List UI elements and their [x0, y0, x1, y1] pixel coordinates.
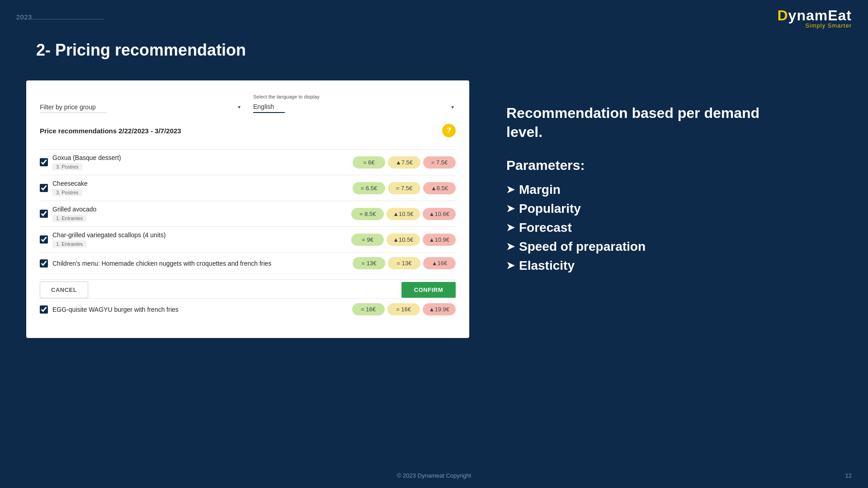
price-badge: = 7.5€	[423, 156, 456, 169]
item-checkbox[interactable]	[40, 259, 48, 267]
logo-text: DynamEat	[778, 7, 852, 24]
parameter-label: Forecast	[519, 218, 572, 237]
filters-row: Filter by price group Select the languag…	[40, 94, 456, 113]
price-badge: = 9€	[351, 234, 384, 246]
price-badge: = 16€	[387, 303, 420, 315]
item-checkbox[interactable]	[40, 184, 48, 192]
item-tag: 1. Entrantes	[52, 240, 86, 248]
item-name-wrap: Char-grilled variegated scallops (4 unit…	[52, 231, 166, 248]
right-panel: Recommendation based per demand level. P…	[488, 95, 805, 284]
item-tag: 3. Postres	[52, 189, 82, 196]
table-row: Cheesecake3. Postres= 6.5€= 7.5€▲8.5€	[40, 175, 456, 201]
language-select-wrapper: English	[253, 101, 456, 113]
item-left: EGG-quisite WAGYU burger with french fri…	[40, 305, 352, 314]
price-badge: ▲10.5€	[387, 208, 420, 220]
parameter-arrow-icon: ➤	[506, 201, 514, 216]
item-left: Children's menu: Homemade chicken nugget…	[40, 259, 353, 267]
item-prices: = 13€= 13€▲16€	[353, 257, 456, 269]
price-badge: ▲10.9€	[423, 234, 456, 246]
item-name-wrap: Children's menu: Homemade chicken nugget…	[52, 260, 271, 267]
price-group-select[interactable]: Filter by price group	[40, 102, 107, 113]
parameter-item: ➤Elasticity	[506, 256, 787, 275]
logo: DynamEat Simply Smarter	[778, 7, 852, 29]
year-label: 2023	[16, 14, 32, 21]
item-name: Goxua (Basque dessert)	[52, 154, 121, 161]
logo-d: D	[778, 7, 788, 23]
item-row-main: Grilled avocado1. Entrantes= 8.5€▲10.5€▲…	[40, 206, 456, 222]
parameter-label: Popularity	[519, 199, 581, 218]
item-row-main: Char-grilled variegated scallops (4 unit…	[40, 231, 456, 248]
item-prices: = 9€▲10.5€▲10.9€	[351, 234, 456, 246]
logo-name: ynamEat	[788, 7, 852, 23]
confirm-button[interactable]: CONFIRM	[401, 282, 456, 298]
language-select[interactable]: English	[253, 101, 285, 113]
item-name: Grilled avocado	[52, 206, 96, 213]
table-row: EGG-quisite WAGYU burger with french fri…	[40, 298, 456, 320]
table-row: Char-grilled variegated scallops (4 unit…	[40, 226, 456, 252]
language-filter: Select the language to display English	[253, 94, 456, 113]
parameter-arrow-icon: ➤	[506, 258, 514, 273]
item-left: Char-grilled variegated scallops (4 unit…	[40, 231, 351, 248]
price-badge: ▲10.5€	[387, 234, 420, 246]
table-row: Grilled avocado1. Entrantes= 8.5€▲10.5€▲…	[40, 201, 456, 226]
year-divider	[32, 19, 104, 19]
page-title: 2- Pricing recommendation	[36, 41, 246, 60]
item-checkbox[interactable]	[40, 305, 48, 314]
item-checkbox[interactable]	[40, 235, 48, 244]
item-checkbox[interactable]	[40, 158, 48, 166]
item-name: EGG-quisite WAGYU burger with french fri…	[52, 306, 179, 313]
item-name: Children's menu: Homemade chicken nugget…	[52, 260, 271, 267]
parameter-item: ➤Margin	[506, 180, 787, 199]
table-row: Goxua (Basque dessert)3. Postres= 6€▲7.5…	[40, 149, 456, 175]
parameter-label: Speed of preparation	[519, 237, 646, 256]
item-name: Cheesecake	[52, 180, 88, 187]
price-badge: = 6.5€	[353, 182, 385, 194]
items-table: Goxua (Basque dessert)3. Postres= 6€▲7.5…	[40, 149, 456, 320]
price-badge: = 8.5€	[351, 208, 384, 220]
item-name-wrap: EGG-quisite WAGYU burger with french fri…	[52, 306, 179, 313]
item-row-main: Cheesecake3. Postres= 6.5€= 7.5€▲8.5€	[40, 180, 456, 196]
parameter-label: Margin	[519, 180, 561, 199]
cancel-button[interactable]: CANCEL	[40, 282, 88, 298]
price-badge: ▲10.6€	[423, 208, 456, 220]
item-prices: = 6.5€= 7.5€▲8.5€	[353, 182, 456, 194]
help-icon[interactable]: ?	[442, 124, 456, 137]
item-checkbox[interactable]	[40, 210, 48, 218]
main-panel: Filter by price group Select the languag…	[26, 80, 469, 338]
price-badge: ▲8.5€	[423, 182, 456, 194]
price-rec-header: Price recommendations 2/22/2023 - 3/7/20…	[40, 124, 456, 141]
price-badge: ▲16€	[423, 257, 456, 269]
parameter-item: ➤Speed of preparation	[506, 237, 787, 256]
page-number: 12	[845, 472, 852, 479]
parameters-title: Parameters:	[506, 158, 787, 173]
footer: © 2023 Dynameat Copyright	[0, 472, 868, 479]
item-left: Grilled avocado1. Entrantes	[40, 206, 351, 222]
price-badge: ▲7.5€	[388, 156, 420, 169]
item-name-wrap: Grilled avocado1. Entrantes	[52, 206, 96, 222]
parameter-arrow-icon: ➤	[506, 182, 514, 197]
action-bar: CANCELCONFIRM	[40, 279, 456, 298]
recommendation-text: Recommendation based per demand level.	[506, 104, 787, 141]
item-name-wrap: Goxua (Basque dessert)3. Postres	[52, 154, 121, 170]
price-badge: ▲19.9€	[423, 303, 456, 315]
logo-tagline: Simply Smarter	[805, 22, 852, 29]
table-row: Children's menu: Homemade chicken nugget…	[40, 252, 456, 274]
item-prices: = 8.5€▲10.5€▲10.6€	[351, 208, 456, 220]
parameter-item: ➤Popularity	[506, 199, 787, 218]
price-group-filter: Filter by price group	[40, 102, 242, 113]
parameter-arrow-icon: ➤	[506, 239, 514, 254]
item-left: Cheesecake3. Postres	[40, 180, 353, 196]
item-name: Char-grilled variegated scallops (4 unit…	[52, 231, 166, 239]
item-tag: 3. Postres	[52, 163, 82, 170]
parameter-arrow-icon: ➤	[506, 220, 514, 235]
price-badge: = 13€	[388, 257, 420, 269]
item-name-wrap: Cheesecake3. Postres	[52, 180, 88, 196]
item-prices: = 16€= 16€▲19.9€	[352, 303, 456, 315]
item-row-main: Children's menu: Homemade chicken nugget…	[40, 257, 456, 269]
price-rec-title: Price recommendations 2/22/2023 - 3/7/20…	[40, 127, 181, 135]
price-badge: = 16€	[352, 303, 385, 315]
item-prices: = 6€▲7.5€= 7.5€	[353, 156, 456, 169]
parameter-label: Elasticity	[519, 256, 575, 275]
parameter-item: ➤Forecast	[506, 218, 787, 237]
item-left: Goxua (Basque dessert)3. Postres	[40, 154, 353, 170]
